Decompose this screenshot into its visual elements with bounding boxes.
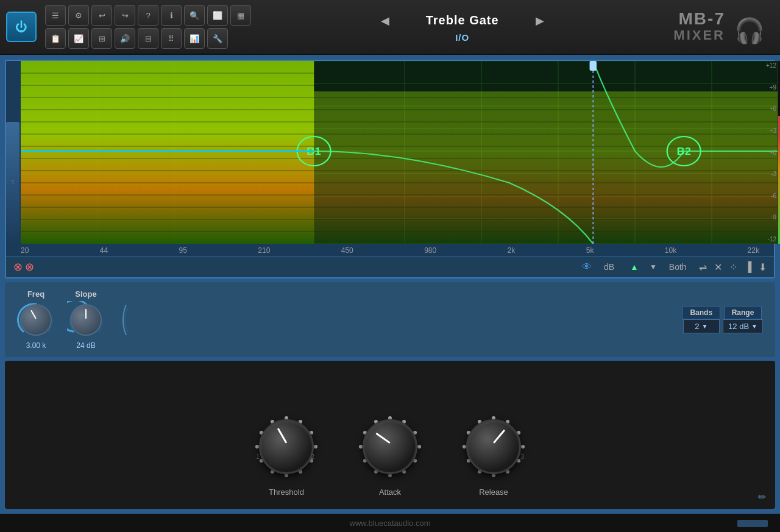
redo-button[interactable]: ↪ xyxy=(115,5,135,26)
slope-knob-container xyxy=(67,301,105,339)
freq-10k: 10k xyxy=(665,246,676,255)
toolbar: ⏻ ☰ ⚙ ↩ ↪ ? ℹ 🔍 ⬜ ▦ 📋 📈 ⊞ 🔊 ⊟ ⠿ 📊 🔧 ◀ Tr… xyxy=(0,0,780,55)
freq-label: Freq xyxy=(27,289,44,299)
release-label: Release xyxy=(479,488,508,497)
attack-group: 2 xyxy=(356,413,424,497)
grid-button[interactable]: ▦ xyxy=(230,5,251,26)
power-button[interactable]: ⏻ xyxy=(6,12,37,42)
edit-icon[interactable]: ✏ xyxy=(758,491,766,503)
wrench-button[interactable]: 🔧 xyxy=(207,28,228,49)
freq-20: 20 xyxy=(21,246,29,255)
release-knob[interactable] xyxy=(466,419,521,474)
freq-knob-container xyxy=(17,301,55,339)
bands-range-panel: Bands 2 ▼ Range 12 dB ▼ xyxy=(682,306,763,333)
left-arc-svg xyxy=(117,299,129,341)
spectrum-panel: ⠿ ⠿ xyxy=(5,60,775,278)
matrix-button[interactable]: ⊞ xyxy=(91,28,112,49)
chart-button[interactable]: 📊 xyxy=(184,28,205,49)
svg-text:🎧: 🎧 xyxy=(734,16,765,45)
range-value: 12 dB xyxy=(728,322,749,331)
dots-button[interactable]: ⠿ xyxy=(161,28,182,49)
sort-icon[interactable]: ⇌ xyxy=(699,261,707,273)
release-knob-container xyxy=(460,413,527,480)
freq-980: 980 xyxy=(424,246,436,255)
brand-mixer: MIXER xyxy=(673,27,725,43)
dropdown-arrow[interactable]: ▼ xyxy=(650,263,657,271)
threshold-group: 1 xyxy=(253,413,320,497)
range-dropdown-icon: ▼ xyxy=(751,323,757,330)
x-icon[interactable]: ✕ xyxy=(714,261,722,273)
minus-button[interactable]: ⊟ xyxy=(138,28,158,49)
db-unit[interactable]: dB xyxy=(599,261,619,273)
freq-labels: 20 44 95 210 450 980 2k 5k 10k 22k xyxy=(6,244,774,256)
db-label-0: +0 xyxy=(758,149,776,156)
db-label-12p: +12 xyxy=(758,62,776,69)
brand: MB-7 MIXER 🎧 xyxy=(673,9,774,45)
preset-prev-button[interactable]: ◀ xyxy=(378,12,392,30)
knob2-number: 2 xyxy=(311,453,314,460)
spectrum-display[interactable]: B1 B2 xyxy=(21,61,780,244)
threshold-knob[interactable] xyxy=(259,419,314,474)
freq-22k: 22k xyxy=(748,246,759,255)
attack-label: Attack xyxy=(379,488,401,497)
release-pointer xyxy=(493,430,505,444)
mode-both[interactable]: Both xyxy=(664,261,692,273)
preset-name: Treble Gate xyxy=(402,13,523,27)
spectrum-svg: B1 B2 xyxy=(21,61,780,244)
db-scale: +12 +9 +6 +3 +0 -3 -6 -9 -12 xyxy=(758,61,776,244)
brand-icon: 🎧 xyxy=(731,9,774,45)
bands-group: Bands 2 ▼ xyxy=(682,306,720,333)
range-label: Range xyxy=(724,306,762,319)
undo-button[interactable]: ↩ xyxy=(91,5,112,26)
svg-rect-20 xyxy=(21,61,314,244)
bands-label: Bands xyxy=(682,306,720,319)
link-icon[interactable]: ⊗ xyxy=(13,260,23,274)
download-icon[interactable]: ⬇ xyxy=(759,261,767,273)
bands-value: 2 xyxy=(695,322,699,331)
slope-knob-pointer xyxy=(85,309,87,319)
io-label[interactable]: I/O xyxy=(455,32,469,43)
graph-button[interactable]: 📈 xyxy=(68,28,89,49)
attack-knob[interactable] xyxy=(363,419,417,474)
eye-icon[interactable]: 👁 xyxy=(582,261,592,272)
release-group: 3 xyxy=(460,413,527,497)
left-handle-dots: ⠿ xyxy=(11,180,15,186)
threshold-pointer xyxy=(277,428,288,444)
freq-knob-pointer xyxy=(30,310,37,319)
info-button[interactable]: ℹ xyxy=(161,5,182,26)
help-button[interactable]: ? xyxy=(138,5,158,26)
freq-210: 210 xyxy=(258,246,270,255)
slope-value: 24 dB xyxy=(76,341,95,350)
slope-label: Slope xyxy=(75,289,96,299)
speaker-button[interactable]: 🔊 xyxy=(115,28,135,49)
window-button[interactable]: ⬜ xyxy=(207,5,228,26)
bands-select[interactable]: 2 ▼ xyxy=(683,319,720,333)
db-label-9p: +9 xyxy=(758,84,776,91)
chain-icon[interactable]: ⊗ xyxy=(25,260,34,274)
nodes-icon[interactable]: ⁘ xyxy=(729,261,737,273)
level-meter xyxy=(778,61,780,244)
search-button[interactable]: 🔍 xyxy=(184,5,205,26)
freq-knob[interactable] xyxy=(20,304,52,336)
range-select[interactable]: 12 dB ▼ xyxy=(723,319,763,333)
attack-knob-container xyxy=(356,413,424,480)
svg-point-70 xyxy=(521,445,525,449)
left-handle[interactable]: ⠿ xyxy=(6,122,20,244)
preset-next-button[interactable]: ▶ xyxy=(533,12,547,30)
menu-button[interactable]: ☰ xyxy=(45,5,66,26)
spectrum-controls: ⊗ ⊗ 👁 dB ▲ ▼ Both ⇌ ✕ ⁘ ▐ ⬇ xyxy=(6,256,774,277)
clipboard-button[interactable]: 📋 xyxy=(45,28,66,49)
db-label-3p: +3 xyxy=(758,127,776,134)
slope-knob[interactable] xyxy=(70,304,102,336)
freq-95: 95 xyxy=(179,246,187,255)
bars-icon[interactable]: ▐ xyxy=(745,261,751,272)
settings-button[interactable]: ⚙ xyxy=(68,5,89,26)
svg-rect-21 xyxy=(314,91,780,244)
slope-knob-group: Slope 24 dB xyxy=(67,289,105,350)
freq-2k: 2k xyxy=(508,246,516,255)
svg-rect-42 xyxy=(590,61,597,71)
signal-icon[interactable]: ▲ xyxy=(626,261,642,273)
toolbar-center: ◀ Treble Gate ▶ I/O xyxy=(255,12,670,43)
threshold-knob-container xyxy=(253,413,320,480)
spectrum-wrapper: ⠿ ⠿ xyxy=(6,61,774,277)
